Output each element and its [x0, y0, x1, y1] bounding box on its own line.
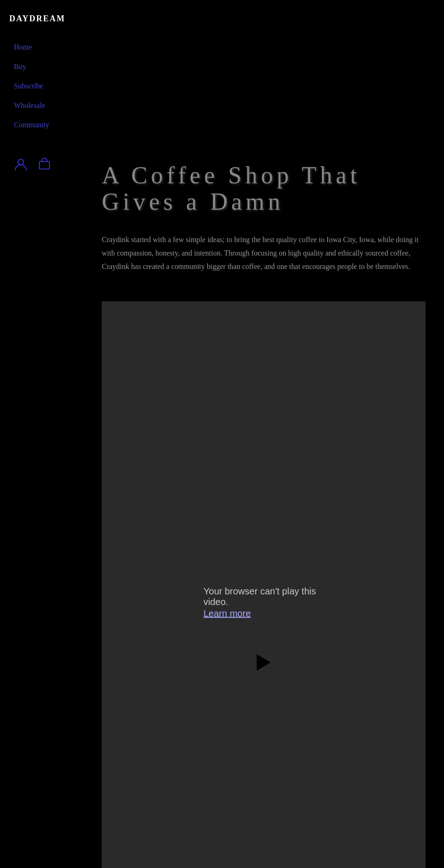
hero-title: A Coffee Shop That Gives a Damn	[102, 162, 426, 215]
user-icon[interactable]	[14, 158, 28, 175]
nav-buy[interactable]: Buy	[9, 57, 74, 76]
svg-rect-1	[39, 162, 49, 169]
sidebar: DAYDREAM Home Buy Subscribe Wholesale Co…	[0, 0, 83, 868]
nav-community[interactable]: Community	[9, 115, 74, 135]
nav-wholesale[interactable]: Wholesale	[9, 96, 74, 115]
video-cant-play-text: Your browser can't play this video.	[204, 586, 324, 607]
video-message: Your browser can't play this video. Lear…	[194, 576, 333, 628]
logo: DAYDREAM	[9, 14, 74, 24]
cart-icon[interactable]	[37, 158, 52, 175]
video-learn-more-link[interactable]: Learn more	[204, 608, 324, 618]
nav-home[interactable]: Home	[9, 37, 74, 57]
video-container: Your browser can't play this video. Lear…	[102, 301, 426, 868]
main-nav: Home Buy Subscribe Wholesale Community	[9, 37, 74, 135]
main-content: A Coffee Shop That Gives a Damn Craydink…	[83, 0, 444, 868]
video-play-button[interactable]	[257, 654, 271, 671]
hero-description: Craydink started with a few simple ideas…	[102, 233, 426, 273]
hero-section: A Coffee Shop That Gives a Damn Craydink…	[102, 0, 426, 868]
sidebar-icon-group	[9, 153, 74, 180]
nav-subscribe[interactable]: Subscribe	[9, 76, 74, 96]
svg-point-0	[18, 159, 24, 165]
